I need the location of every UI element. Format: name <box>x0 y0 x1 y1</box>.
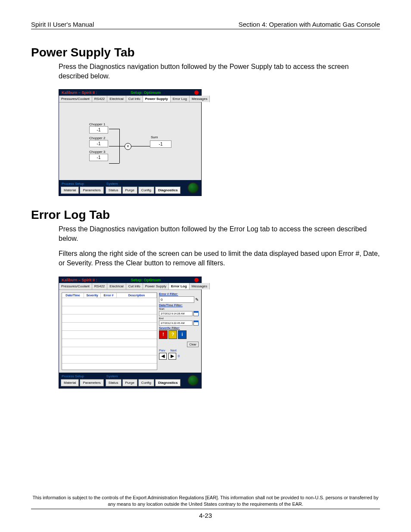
diagnostics-tabstrip: Pressures/Coolant RS422 Electrical Cut I… <box>59 96 201 103</box>
power-supply-panel: Chopper 1 -1 Chopper 2 -1 Chopper 3 -1 ×… <box>59 103 201 180</box>
tab-power-supply[interactable]: Power Supply <box>143 283 169 289</box>
purge-button[interactable]: Purge <box>122 187 137 194</box>
parameters-button[interactable]: Parameters <box>80 187 103 194</box>
tab-messages[interactable]: Messages <box>190 96 210 102</box>
end-label: End <box>159 317 199 320</box>
severity-filter-label: Severity Filter: <box>159 327 199 330</box>
tab-cut-info[interactable]: Cut Info <box>126 283 143 289</box>
col-date[interactable]: Date/Time <box>62 293 84 298</box>
table-row <box>62 314 157 323</box>
section-title-power: Power Supply Tab <box>31 46 380 59</box>
error-filter-input[interactable]: 0 <box>159 296 194 303</box>
table-row <box>62 306 157 314</box>
error-log-panel: Date/Time Severity Error # Description <box>59 290 201 373</box>
filter-sidebar: Error # Filter: 0 ✎ Date/Time Filter: St… <box>159 292 199 370</box>
table-row <box>62 323 157 331</box>
tab-error-log[interactable]: Error Log <box>169 283 189 289</box>
chopper1-label: Chopper 1 <box>89 122 108 126</box>
chopper3-value: -1 <box>89 154 108 161</box>
sum-value: -1 <box>150 140 171 148</box>
page-header: Spirit II User's Manual Section 4: Opera… <box>31 21 380 29</box>
chopper1-value: -1 <box>89 126 108 134</box>
status-button[interactable]: Status <box>106 379 121 386</box>
next-arrow-icon[interactable]: ▶ <box>168 353 176 360</box>
col-error[interactable]: Error # <box>101 293 117 298</box>
error-log-table: Date/Time Severity Error # Description <box>62 292 157 370</box>
group-system: System <box>106 182 181 186</box>
table-row <box>62 298 157 306</box>
section-title-errorlog: Error Log Tab <box>31 208 380 222</box>
tab-error-log[interactable]: Error Log <box>171 96 190 102</box>
summing-node-icon: × <box>125 143 131 150</box>
record-indicator-icon <box>194 278 199 282</box>
diagnostics-button[interactable]: Diagnostics <box>155 187 181 194</box>
material-button[interactable]: Material <box>61 187 79 194</box>
sum-label: Sum <box>151 135 158 139</box>
window-mode: Setup: Optimum <box>131 278 161 282</box>
page-number: 4-23 <box>31 512 380 519</box>
calendar-icon[interactable] <box>193 320 199 326</box>
calendar-icon[interactable] <box>193 311 199 316</box>
tab-messages[interactable]: Messages <box>190 283 210 289</box>
screenshot-power-supply: Kaliburn – Spirit II : Setup: Optimum Pr… <box>59 89 202 196</box>
group-system: System <box>106 374 181 378</box>
col-description[interactable]: Description <box>117 293 157 298</box>
tab-rs422[interactable]: RS422 <box>92 283 107 289</box>
config-button[interactable]: Config <box>138 187 154 194</box>
diagnostics-button[interactable]: Diagnostics <box>155 379 181 386</box>
tab-power-supply[interactable]: Power Supply <box>143 96 171 102</box>
tab-cut-info[interactable]: Cut Info <box>126 96 143 102</box>
group-process-setup: Process Setup <box>61 182 104 186</box>
screenshot-error-log: Kaliburn – Spirit II : Setup: Optimum Pr… <box>59 277 202 389</box>
purge-button[interactable]: Purge <box>122 379 137 386</box>
table-row <box>62 355 157 364</box>
status-button[interactable]: Status <box>106 187 121 194</box>
table-row <box>62 331 157 339</box>
section-body-power: Press the Diagnostics navigation button … <box>59 62 380 81</box>
window-titlebar: Kaliburn – Spirit II : Setup: Optimum <box>59 90 201 96</box>
page-count: 0 <box>178 355 180 358</box>
error-filter-label: Error # Filter: <box>159 292 199 296</box>
status-led-icon <box>187 375 199 386</box>
record-indicator-icon <box>194 90 199 95</box>
nav-footer: Process Setup Material Parameters System… <box>59 373 201 388</box>
diagnostics-tabstrip: Pressures/Coolant RS422 Electrical Cut I… <box>59 283 201 290</box>
tab-rs422[interactable]: RS422 <box>92 96 107 102</box>
tab-pressures[interactable]: Pressures/Coolant <box>59 283 92 289</box>
start-date-input[interactable]: 2/7/2012 9:14:28 AM <box>159 311 193 316</box>
window-titlebar: Kaliburn – Spirit II : Setup: Optimum <box>59 277 201 283</box>
window-mode: Setup: Optimum <box>131 90 161 95</box>
group-process-setup: Process Setup <box>61 374 104 378</box>
chopper3-label: Chopper 3 <box>89 150 108 154</box>
date-filter-label: Date/Time Filter: <box>159 304 199 307</box>
window-title: Kaliburn – Spirit II : <box>62 278 97 282</box>
severity-info-icon[interactable]: i <box>178 330 187 339</box>
prev-arrow-icon[interactable]: ◀ <box>159 353 167 360</box>
config-button[interactable]: Config <box>138 379 154 386</box>
legal-notice: This information is subject to the contr… <box>31 495 380 509</box>
col-severity[interactable]: Severity <box>84 293 101 298</box>
severity-error-icon[interactable]: ! <box>159 330 168 339</box>
prev-label: Prev <box>159 349 165 352</box>
header-right: Section 4: Operation with Automatic Gas … <box>238 21 380 28</box>
end-date-input[interactable]: 2/7/2012 9:22:45 AM <box>159 320 193 326</box>
nav-footer: Process Setup Material Parameters System… <box>59 180 201 196</box>
header-left: Spirit II User's Manual <box>31 21 94 28</box>
status-led-icon <box>187 182 199 193</box>
chopper2-value: -1 <box>89 140 108 147</box>
chopper2-label: Chopper 2 <box>89 136 108 140</box>
tab-electrical[interactable]: Electrical <box>107 96 126 102</box>
table-row <box>62 347 157 355</box>
start-label: Start <box>159 308 199 310</box>
eraser-icon[interactable]: ✎ <box>195 297 199 302</box>
window-title: Kaliburn – Spirit II : <box>62 90 97 95</box>
parameters-button[interactable]: Parameters <box>80 379 103 386</box>
section-body-errorlog-2: Filters along the right side of the scre… <box>59 249 380 268</box>
tab-electrical[interactable]: Electrical <box>107 283 126 289</box>
table-rows <box>62 298 157 370</box>
severity-warning-icon[interactable]: ? <box>168 330 177 339</box>
table-row <box>62 339 157 347</box>
tab-pressures[interactable]: Pressures/Coolant <box>59 96 92 102</box>
clear-button[interactable]: Clear <box>187 342 199 347</box>
material-button[interactable]: Material <box>61 379 79 386</box>
